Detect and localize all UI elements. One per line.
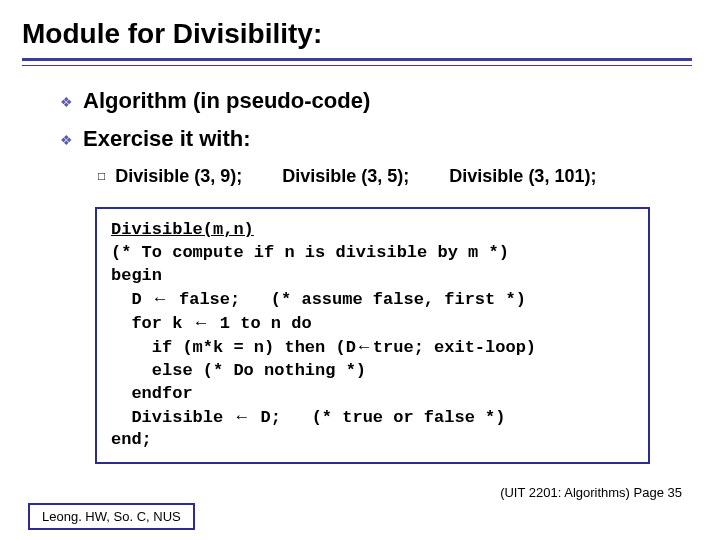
code-l6b: true; exit-loop) [373, 338, 536, 357]
square-icon: □ [98, 169, 105, 183]
example-1: Divisible (3, 9); [115, 166, 242, 187]
example-2: Divisible (3, 5); [282, 166, 409, 187]
code-l5b: 1 to n do [210, 314, 312, 333]
code-l4a: D [111, 290, 152, 309]
code-l5a: for k [111, 314, 193, 333]
code-l1: Divisible(m,n) [111, 220, 254, 239]
title-underline [22, 58, 692, 66]
code-l3: begin [111, 266, 162, 285]
bullet-2: ❖ Exercise it with: [60, 126, 692, 152]
code-l4b: false; (* assume false, first *) [169, 290, 526, 309]
bullet-2-text: Exercise it with: [83, 126, 251, 152]
examples-text: Divisible (3, 9); Divisible (3, 5); Divi… [115, 166, 596, 187]
diamond-icon: ❖ [60, 94, 73, 110]
content-area: ❖ Algorithm (in pseudo-code) ❖ Exercise … [0, 66, 720, 187]
bullet-1: ❖ Algorithm (in pseudo-code) [60, 88, 692, 114]
example-3: Divisible (3, 101); [449, 166, 596, 187]
footer-left-box: Leong. HW, So. C, NUS [28, 503, 195, 530]
left-arrow-icon: ← [152, 289, 169, 308]
slide-title: Module for Divisibility: [0, 0, 720, 58]
code-l10: end; [111, 430, 152, 449]
bullet-1-text: Algorithm (in pseudo-code) [83, 88, 370, 114]
code-box: Divisible(m,n) (* To compute if n is div… [95, 207, 650, 464]
code-l7: else (* Do nothing *) [111, 361, 366, 380]
code-l2: (* To compute if n is divisible by m *) [111, 243, 509, 262]
examples-row: □ Divisible (3, 9); Divisible (3, 5); Di… [98, 166, 692, 187]
code-l8: endfor [111, 384, 193, 403]
left-arrow-icon: ← [356, 337, 373, 356]
code-l9b: D; (* true or false *) [250, 408, 505, 427]
code-l9a: Divisible [111, 408, 233, 427]
footer-right: (UIT 2201: Algorithms) Page 35 [500, 485, 682, 500]
code-l6a: if (m*k = n) then (D [111, 338, 356, 357]
diamond-icon: ❖ [60, 132, 73, 148]
left-arrow-icon: ← [193, 313, 210, 332]
left-arrow-icon: ← [233, 407, 250, 426]
